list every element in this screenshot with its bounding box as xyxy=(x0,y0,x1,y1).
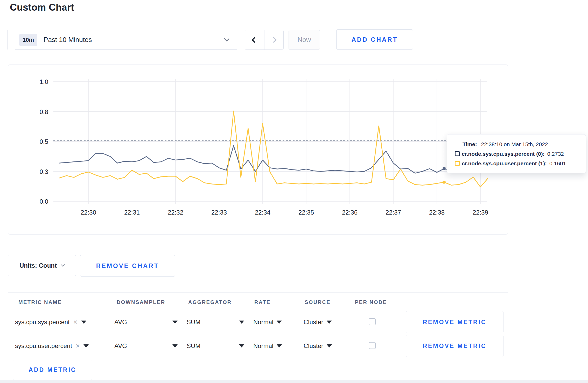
prev-time-button[interactable] xyxy=(245,30,264,49)
y-tick-label: 0.3 xyxy=(40,168,48,175)
x-tick-label: 22:37 xyxy=(386,209,401,216)
aggregator-value: SUM xyxy=(187,318,200,326)
caret-down-icon xyxy=(239,321,244,324)
downsampler-value: AVG xyxy=(114,318,127,326)
tooltip-time-row: Time: 22:38:10 on Mar 15th, 2022 xyxy=(463,141,586,147)
downsampler-select[interactable]: AVG xyxy=(114,335,178,357)
column-header-metric-name: METRIC NAME xyxy=(18,299,62,305)
table-row: sys.cpu.user.percent × AVG SUM Normal Cl… xyxy=(8,335,508,357)
source-select[interactable]: Cluster xyxy=(304,311,332,333)
x-tick-label: 22:38 xyxy=(429,209,445,216)
tooltip-time-label: Time: xyxy=(463,141,477,147)
downsampler-value: AVG xyxy=(114,342,127,350)
chevron-down-icon xyxy=(61,263,65,267)
hover-point-1 xyxy=(443,181,446,184)
column-header-aggregator: AGGREGATOR xyxy=(188,299,232,305)
x-tick-label: 22:33 xyxy=(211,209,227,216)
hover-point-0 xyxy=(443,167,446,170)
remove-metric-button[interactable]: REMOVE METRIC xyxy=(406,335,503,357)
time-window-label: Past 10 Minutes xyxy=(44,36,92,44)
chevron-down-icon xyxy=(224,36,229,41)
x-tick-label: 22:39 xyxy=(473,209,488,216)
column-header-per-node: PER NODE xyxy=(355,299,387,305)
timeseries-chart: 22:3022:3122:3222:3322:3422:3522:3622:37… xyxy=(8,65,508,235)
source-value: Cluster xyxy=(304,318,323,326)
time-window-badge: 10m xyxy=(19,34,37,46)
user-series-swatch-icon xyxy=(455,161,460,166)
caret-down-icon xyxy=(277,321,282,324)
x-tick-label: 22:32 xyxy=(168,209,183,216)
remove-chart-button[interactable]: REMOVE CHART xyxy=(80,255,175,277)
x-tick-label: 22:31 xyxy=(124,209,140,216)
tooltip-series-label: cr.node.sys.cpu.user.percent (1): xyxy=(462,160,547,167)
now-button[interactable]: Now xyxy=(289,30,320,50)
tooltip-series-value: 0.1601 xyxy=(549,160,566,167)
units-selector-label: Units: Count xyxy=(19,262,57,269)
rate-value: Normal xyxy=(253,318,273,326)
column-header-source: SOURCE xyxy=(305,299,331,305)
aggregator-select[interactable]: SUM xyxy=(187,335,244,357)
caret-down-icon xyxy=(277,344,282,347)
add-chart-button[interactable]: ADD CHART xyxy=(336,29,413,50)
chart-tooltip: Time: 22:38:10 on Mar 15th, 2022 cr.node… xyxy=(447,134,586,173)
tooltip-series-label: cr.node.sys.cpu.sys.percent (0): xyxy=(462,151,545,157)
series-line-0 xyxy=(59,146,488,173)
metric-name-select[interactable]: sys.cpu.user.percent × xyxy=(15,335,89,357)
tooltip-series-row: cr.node.sys.cpu.user.percent (1): 0.1601 xyxy=(455,160,586,167)
caret-down-icon xyxy=(172,344,178,347)
table-row: sys.cpu.sys.percent × AVG SUM Normal Clu… xyxy=(8,311,508,333)
metric-name-value: sys.cpu.user.percent xyxy=(15,342,72,350)
tooltip-series-value: 0.2732 xyxy=(547,151,564,157)
tooltip-series-row: cr.node.sys.cpu.sys.percent (0): 0.2732 xyxy=(455,151,586,157)
chevron-right-icon xyxy=(271,37,277,43)
column-header-rate: RATE xyxy=(254,299,271,305)
x-tick-label: 22:34 xyxy=(255,209,270,216)
source-select[interactable]: Cluster xyxy=(304,335,332,357)
time-window-selector[interactable]: 10m Past 10 Minutes xyxy=(15,30,237,50)
rate-select[interactable]: Normal xyxy=(253,311,282,333)
clear-icon[interactable]: × xyxy=(73,319,78,326)
toolbar-divider xyxy=(8,30,8,49)
page-title: Custom Chart xyxy=(10,2,74,13)
page-bottom-strip xyxy=(0,380,588,383)
time-nav-group xyxy=(245,30,284,50)
y-tick-label: 0.5 xyxy=(40,138,48,145)
aggregator-select[interactable]: SUM xyxy=(187,311,244,333)
sys-series-swatch-icon xyxy=(455,151,460,156)
chevron-left-icon xyxy=(251,37,257,43)
caret-down-icon xyxy=(239,344,244,347)
clear-icon[interactable]: × xyxy=(76,343,80,350)
aggregator-value: SUM xyxy=(187,342,200,350)
y-tick-label: 0.8 xyxy=(40,108,48,115)
metrics-table: METRIC NAME DOWNSAMPLER AGGREGATOR RATE … xyxy=(8,292,508,380)
downsampler-select[interactable]: AVG xyxy=(114,311,178,333)
per-node-checkbox[interactable] xyxy=(369,318,376,325)
custom-chart-page: Custom Chart 10m Past 10 Minutes Now ADD… xyxy=(0,0,588,383)
caret-down-icon xyxy=(83,344,89,347)
tooltip-time-value: 22:38:10 on Mar 15th, 2022 xyxy=(481,141,548,147)
rate-select[interactable]: Normal xyxy=(253,335,282,357)
chart-panel[interactable]: 22:3022:3122:3222:3322:3422:3522:3622:37… xyxy=(8,65,508,235)
x-tick-label: 22:36 xyxy=(342,209,358,216)
caret-down-icon xyxy=(172,321,178,324)
metric-name-value: sys.cpu.sys.percent xyxy=(15,318,70,326)
column-header-downsampler: DOWNSAMPLER xyxy=(117,299,165,305)
next-time-button[interactable] xyxy=(264,30,284,49)
per-node-checkbox[interactable] xyxy=(369,342,376,349)
caret-down-icon xyxy=(327,321,332,324)
source-value: Cluster xyxy=(304,342,323,350)
metrics-table-header: METRIC NAME DOWNSAMPLER AGGREGATOR RATE … xyxy=(8,293,508,310)
metric-name-select[interactable]: sys.cpu.sys.percent × xyxy=(15,311,86,333)
units-selector[interactable]: Units: Count xyxy=(8,255,76,276)
caret-down-icon xyxy=(327,344,332,347)
add-metric-button[interactable]: ADD METRIC xyxy=(13,360,92,380)
remove-metric-button[interactable]: REMOVE METRIC xyxy=(406,311,503,333)
y-tick-label: 1.0 xyxy=(40,78,48,85)
x-tick-label: 22:35 xyxy=(298,209,314,216)
rate-value: Normal xyxy=(253,342,273,350)
x-tick-label: 22:30 xyxy=(81,209,96,216)
series-line-1 xyxy=(59,111,488,187)
caret-down-icon xyxy=(81,321,86,324)
y-tick-label: 0.0 xyxy=(40,198,48,205)
